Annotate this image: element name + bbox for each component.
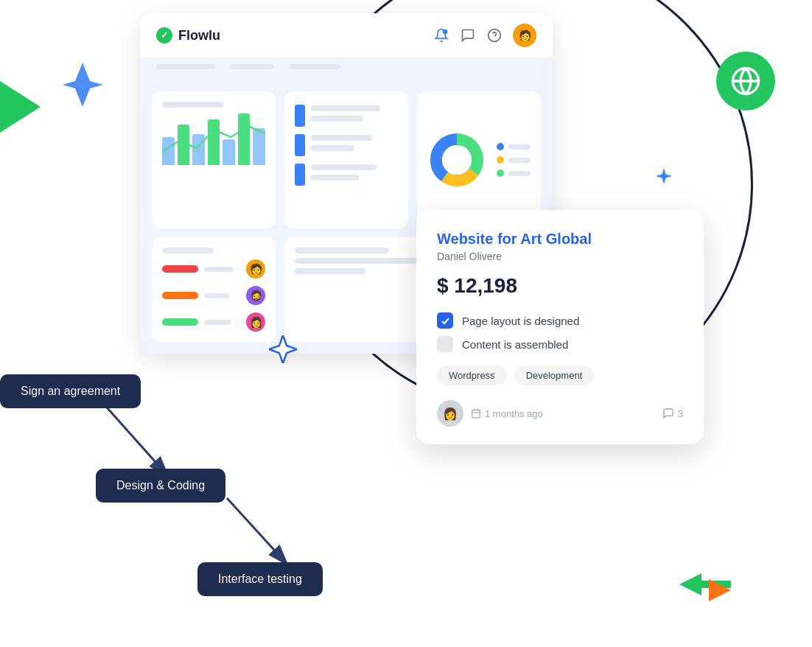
footer-left: 👩 1 months ago [437, 400, 543, 427]
flow-diagram: Sign an agreement Design & Coding Interf… [0, 367, 442, 610]
check-label-1: Page layout is designed [462, 315, 579, 327]
globe-circle [716, 52, 775, 111]
comment-count: 3 [678, 408, 683, 419]
check-item-2: Content is assembled [437, 336, 683, 352]
svg-rect-12 [472, 410, 480, 418]
flow-node-label-2: Design & Coding [96, 469, 225, 503]
tag-list: Wordpress Development [437, 366, 683, 385]
user-avatar-header[interactable]: 🧑 [513, 24, 536, 47]
project-amount: $ 12,198 [437, 274, 683, 298]
svg-line-17 [107, 408, 168, 476]
logo-check-icon: ✓ [156, 27, 172, 43]
flow-node-2: Design & Coding [96, 469, 225, 503]
sparkle-blue-mid [656, 168, 672, 187]
check-item-1: Page layout is designed [437, 312, 683, 329]
help-icon[interactable] [486, 27, 503, 43]
tag-wordpress[interactable]: Wordpress [437, 366, 507, 385]
sparkle-blue-top [63, 63, 103, 110]
svg-point-11 [442, 145, 472, 175]
flow-node-1: Sign an agreement [0, 374, 141, 408]
svg-line-18 [227, 498, 287, 564]
notification-icon[interactable] [433, 27, 449, 43]
chart-widget [152, 91, 276, 228]
checkbox-1[interactable] [437, 312, 453, 329]
checklist: Page layout is designed Content is assem… [437, 312, 683, 352]
comment-info: 3 [662, 408, 683, 419]
project-card: Website for Art Global Daniel Olivere $ … [416, 210, 704, 444]
time-ago-text: 1 months ago [485, 408, 543, 419]
project-avatar: 👩 [437, 400, 463, 427]
svg-point-5 [443, 29, 448, 35]
logo-text: Flowlu [178, 28, 220, 43]
project-title: Website for Art Global [437, 231, 683, 248]
flow-node-3: Interface testing [197, 562, 323, 596]
donut-chart-widget [417, 91, 541, 228]
chat-icon[interactable] [460, 27, 476, 43]
check-label-2: Content is assembled [462, 338, 568, 351]
flow-node-label-3: Interface testing [197, 562, 323, 596]
project-owner: Daniel Olivere [437, 251, 683, 262]
dashboard-icons: 🧑 [433, 24, 536, 47]
checkbox-2[interactable] [437, 336, 453, 352]
list-text-widget [284, 91, 408, 228]
tasks-list-widget: 🧑 🧔 👩 [152, 237, 276, 342]
dashboard-logo: ✓ Flowlu [156, 27, 220, 43]
arrows-bottom-right [679, 573, 731, 606]
triangle-green [0, 81, 41, 133]
donut-chart [427, 130, 486, 189]
card-footer: 👩 1 months ago 3 [437, 400, 683, 427]
sparkle-center-diamond [269, 335, 297, 366]
dashboard-header: ✓ Flowlu [140, 13, 553, 58]
time-info: 1 months ago [471, 408, 543, 419]
tag-development[interactable]: Development [514, 366, 595, 385]
flow-node-label-1: Sign an agreement [0, 374, 141, 408]
